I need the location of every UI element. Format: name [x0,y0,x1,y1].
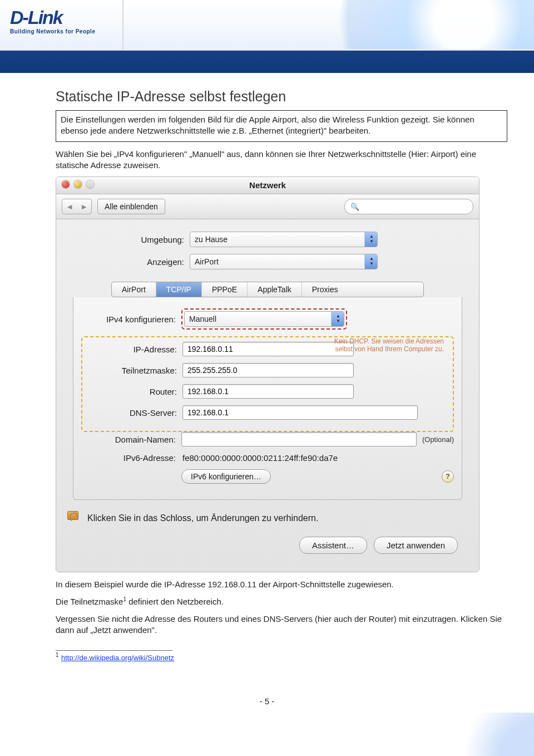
footnote: 1 http://de.wikipedia.org/wiki/Subnetz [56,652,507,662]
toolbar: ◀ ▶ Alle einblenden 🔍 [56,194,479,219]
header-divider [122,0,123,50]
page-header: D-Link Building Networks for People [0,0,534,51]
tab-proxies[interactable]: Proxies [302,282,348,297]
ipv4-config-label: IPv4 konfigurieren: [81,315,181,324]
minimize-icon[interactable] [74,180,82,188]
window-title: Netzwerk [249,180,286,190]
umgebung-select[interactable]: zu Hause ▲▼ [190,232,378,247]
dns-server-label: DNS-Server: [82,408,182,418]
logo-tagline: Building Networks for People [10,28,95,35]
logo-text: D-Link [10,7,95,28]
dlink-logo: D-Link Building Networks for People [10,7,95,35]
ip-address-label: IP-Adresse: [82,345,182,354]
help-icon[interactable]: ? [442,470,454,483]
optional-label: (Optional) [422,435,454,444]
header-globe-art [300,0,534,49]
page-title: Statische IP-Adresse selbst festlegen [56,89,507,105]
tab-airport[interactable]: AirPort [112,282,156,297]
chevron-updown-icon: ▲▼ [336,313,340,323]
anzeigen-select[interactable]: AirPort ▲▼ [190,254,378,269]
forward-icon[interactable]: ▶ [77,203,91,210]
tcpip-panel: IPv4 konfigurieren: Manuell ▲▼ Kein DHCP… [73,297,462,500]
subnet-mask-label: Teilnetzmaske: [82,366,182,375]
apply-now-button[interactable]: Jetzt anwenden [374,537,458,554]
window-titlebar: Netzwerk [56,177,479,194]
ip-address-field[interactable] [182,342,354,356]
umgebung-label: Umgebung: [67,235,190,244]
assistant-button[interactable]: Assistent… [299,537,367,554]
outro-paragraph-3: Vergessen Sie nicht die Adresse des Rout… [56,613,507,636]
search-icon: 🔍 [350,203,359,211]
chevron-updown-icon: ▲▼ [369,234,374,244]
nav-back-forward[interactable]: ◀ ▶ [62,199,92,214]
macos-network-window: Netzwerk ◀ ▶ Alle einblenden 🔍 Umgebung:… [56,176,479,572]
back-icon[interactable]: ◀ [62,203,77,210]
highlight-red-dashed: Manuell ▲▼ [181,308,347,330]
ipv6-address-label: IPv6-Adresse: [81,453,181,463]
footnote-separator [56,650,172,651]
anzeigen-label: Anzeigen: [67,257,190,267]
tab-pppoe[interactable]: PPPoE [202,282,248,297]
note-box: Die Einstellungen werden im folgenden Bi… [56,110,507,142]
ipv6-address-value: fe80:0000:0000:0000:0211:24ff:fe90:da7e [181,453,338,463]
footer-globe-art [445,713,534,756]
intro-paragraph: Wählen Sie bei „IPv4 konfigurieren" „Man… [56,149,507,171]
tab-bar: AirPort TCP/IP PPPoE AppleTalk Proxies [111,282,424,297]
chevron-updown-icon: ▲▼ [369,256,374,266]
window-controls [62,180,94,188]
annotation-text-1: Kein DHCP. Sie weisen die Adressen [334,337,444,345]
lock-icon[interactable] [67,511,82,526]
tab-tcpip[interactable]: TCP/IP [156,282,202,297]
annotation-text-2: selbst von Hand Ihrem Computer zu. [335,345,444,353]
domain-names-field[interactable] [181,432,417,446]
outro-paragraph-2: Die Teilnetzmaske1 definiert den Netzber… [56,596,507,607]
header-blue-bar [0,51,534,73]
router-label: Router: [82,387,182,396]
zoom-icon[interactable] [86,180,94,188]
search-input[interactable]: 🔍 [344,199,473,214]
ipv4-config-select[interactable]: Manuell ▲▼ [184,311,344,327]
dns-server-field[interactable] [182,405,418,420]
footnote-link[interactable]: http://de.wikipedia.org/wiki/Subnetz [61,654,174,662]
close-icon[interactable] [62,180,70,188]
outro-paragraph-1: In diesem Beispiel wurde die IP-Adresse … [56,579,507,590]
domain-names-label: Domain-Namen: [81,435,181,444]
subnet-mask-field[interactable] [182,363,354,377]
router-field[interactable] [182,384,354,399]
lock-message: Klicken Sie in das Schloss, um Änderunge… [87,513,318,523]
page-number: - 5 - [0,696,534,706]
show-all-button[interactable]: Alle einblenden [97,199,165,214]
tab-appletalk[interactable]: AppleTalk [248,282,302,297]
ipv6-configure-button[interactable]: IPv6 konfigurieren… [181,469,271,484]
